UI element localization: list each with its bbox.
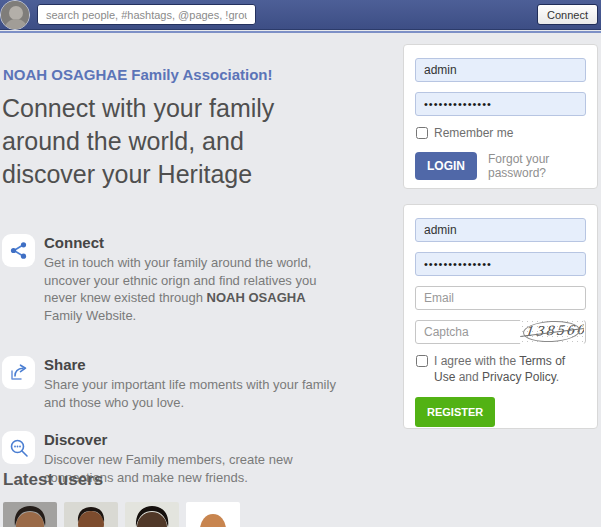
user-photo-2[interactable] [64, 502, 118, 527]
topbar-accent-line [0, 31, 601, 33]
agree-row: I agree with the Terms of Use and Privac… [415, 354, 586, 385]
latest-users-row [3, 502, 240, 527]
connect-button[interactable]: Connect [537, 4, 598, 25]
login-card: Remember me LOGIN Forgot your password? [403, 44, 598, 189]
feature-connect-title: Connect [44, 232, 345, 251]
login-password-input[interactable] [415, 92, 586, 116]
topbar: Connect [0, 0, 601, 30]
remember-me-row: Remember me [415, 126, 586, 142]
share-nodes-icon [2, 234, 35, 267]
site-title: NOAH OSAGHAE Family Association! [3, 66, 273, 83]
feature-connect-text-after: Family Website. [44, 308, 136, 323]
register-password-input[interactable] [415, 252, 586, 276]
feature-connect: Connect Get in touch with your family ar… [0, 232, 345, 324]
feature-connect-text-bold: NOAH OSAGHA [207, 290, 306, 305]
captcha-row: 138560 [415, 320, 586, 344]
discover-search-icon [2, 431, 35, 464]
remember-me-checkbox[interactable] [416, 127, 428, 139]
login-username-input[interactable] [415, 58, 586, 82]
feature-share-title: Share [44, 354, 345, 373]
search-input[interactable] [37, 4, 256, 25]
captcha-image: 138560 [520, 319, 584, 345]
latest-users-title: Latest users [3, 470, 103, 490]
agree-label: I agree with the Terms of Use and Privac… [434, 354, 586, 385]
features-list: Connect Get in touch with your family ar… [0, 232, 345, 508]
feature-connect-text: Get in touch with your family around the… [44, 254, 344, 324]
profile-avatar[interactable] [0, 0, 30, 30]
user-photo-1[interactable] [3, 502, 57, 527]
register-username-input[interactable] [415, 218, 586, 242]
user-photo-4[interactable] [186, 502, 240, 527]
user-photo-3[interactable] [125, 502, 179, 527]
agree-text-middle: and [455, 370, 482, 384]
remember-me-label: Remember me [434, 126, 513, 142]
agree-checkbox[interactable] [416, 355, 428, 367]
profile-avatar-image [1, 1, 30, 30]
register-email-input[interactable] [415, 286, 586, 310]
agree-text-prefix: I agree with the [434, 354, 519, 368]
register-card: 138560 I agree with the Terms of Use and… [403, 204, 598, 429]
feature-discover-title: Discover [44, 429, 345, 448]
register-button[interactable]: REGISTER [415, 397, 495, 427]
login-button[interactable]: LOGIN [415, 152, 477, 180]
share-arrow-icon [2, 356, 35, 389]
agree-text-suffix: . [556, 370, 559, 384]
feature-share: Share Share your important life moments … [0, 354, 345, 411]
feature-share-text: Share your important life moments with y… [44, 376, 344, 411]
headline: Connect with your family around the worl… [2, 92, 317, 191]
privacy-policy-link[interactable]: Privacy Policy [482, 370, 556, 384]
forgot-password-link[interactable]: Forgot your password? [488, 152, 586, 180]
